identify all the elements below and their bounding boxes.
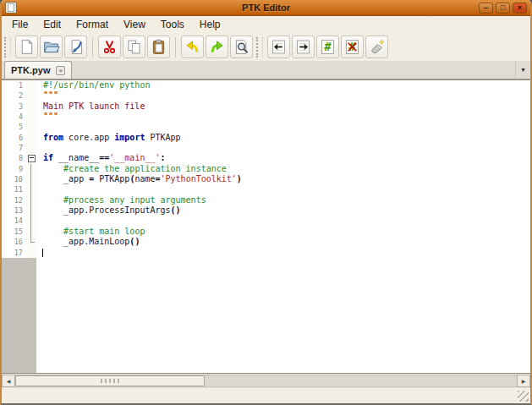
comment-button[interactable]: # <box>316 36 339 58</box>
code-line-text[interactable] <box>36 248 530 258</box>
minimize-button[interactable]: – <box>479 3 493 14</box>
menu-item-format[interactable]: Format <box>69 17 116 32</box>
code-line: 13 _app.ProcessInputArgs() <box>2 205 530 216</box>
dedent-button[interactable] <box>267 36 290 58</box>
line-number[interactable]: 8 <box>2 153 26 163</box>
code-line-text[interactable]: """ <box>36 90 530 101</box>
open-button[interactable] <box>40 36 63 58</box>
code-line-text[interactable]: #process any input arguments <box>36 195 530 205</box>
toolbar-separator <box>175 37 176 57</box>
code-segment: core.app <box>63 133 114 142</box>
scroll-left-button[interactable]: ◀ <box>2 375 15 387</box>
code-segment: from <box>43 133 63 142</box>
menu-item-help[interactable]: Help <box>192 17 228 32</box>
new-file-icon <box>18 38 36 56</box>
code-line: 15 #start main loop <box>2 227 530 237</box>
code-segment: #!/usr/bin/env python <box>43 80 150 90</box>
cut-button[interactable] <box>98 36 121 58</box>
window-titlebar[interactable]: PTK Editor – □ × <box>2 0 530 16</box>
menu-bar: FileEditFormatViewToolsHelp <box>2 16 530 33</box>
toolbar-separator <box>92 37 93 57</box>
code-line-text[interactable] <box>36 184 530 194</box>
code-line-text[interactable] <box>36 122 530 132</box>
code-line-text[interactable]: """ <box>36 112 530 122</box>
code-line-text[interactable]: Main PTK launch file <box>36 101 530 112</box>
erase-button[interactable] <box>365 36 388 58</box>
code-segment: PTKApp <box>94 174 129 183</box>
line-number[interactable]: 13 <box>2 205 26 216</box>
code-line-text[interactable]: _app = PTKApp(name='PythonToolkit') <box>36 174 530 184</box>
copy-button[interactable] <box>123 36 145 58</box>
code-segment <box>43 227 63 236</box>
redo-button[interactable] <box>206 36 228 58</box>
line-number[interactable]: 12 <box>2 195 26 205</box>
code-line-text[interactable]: _app.MainLoop() <box>36 237 530 247</box>
menu-item-view[interactable]: View <box>116 17 153 32</box>
new-button[interactable] <box>15 36 38 58</box>
line-number[interactable]: 11 <box>2 184 26 194</box>
uncomment-button[interactable]: # <box>341 36 364 58</box>
toolbar-handle[interactable] <box>256 37 263 57</box>
tab-bar: PTK.pyw × ▾ <box>2 61 530 79</box>
toolbar-group-1 <box>2 33 254 61</box>
line-number[interactable]: 14 <box>2 216 26 226</box>
line-number[interactable]: 2 <box>2 90 26 101</box>
code-line-text[interactable]: #!/usr/bin/env python <box>36 80 530 90</box>
tab-close-icon[interactable]: × <box>56 66 65 75</box>
code-segment: _app.ProcessInputArgs <box>43 205 171 215</box>
scroll-right-button[interactable]: ▶ <box>517 375 530 387</box>
line-number[interactable]: 7 <box>2 143 26 153</box>
tab-ptk-pyw[interactable]: PTK.pyw × <box>4 61 72 79</box>
code-line-text[interactable]: _app.ProcessInputArgs() <box>36 205 530 216</box>
code-segment <box>43 195 63 205</box>
code-line: 1#!/usr/bin/env python <box>2 80 530 90</box>
horizontal-scrollbar[interactable]: ◀ ▶ <box>2 375 530 387</box>
scrollbar-track[interactable] <box>15 375 517 387</box>
code-line-text[interactable]: #create the application instance <box>36 164 530 174</box>
code-line-text[interactable]: if __name__=='__main__': <box>36 153 530 163</box>
menu-item-file[interactable]: File <box>4 17 36 32</box>
line-number[interactable]: 4 <box>2 112 26 122</box>
find-icon <box>233 38 250 56</box>
find-button[interactable] <box>230 36 253 58</box>
line-number[interactable]: 16 <box>2 237 26 247</box>
code-line-text[interactable]: from core.app import PTKApp <box>36 133 530 143</box>
toolbar-handle[interactable] <box>4 37 11 57</box>
close-button[interactable]: × <box>513 3 527 14</box>
code-line-text[interactable] <box>36 216 530 226</box>
fold-toggle[interactable] <box>26 153 36 163</box>
scrollbar-thumb[interactable] <box>15 375 205 386</box>
code-segment: ) <box>237 174 242 183</box>
open-folder-icon <box>42 38 60 56</box>
code-segment: Main PTK launch file <box>43 101 145 111</box>
code-line-text[interactable]: #start main loop <box>36 227 530 237</box>
line-number[interactable]: 17 <box>2 248 26 258</box>
resize-grip[interactable] <box>518 391 529 402</box>
indent-icon <box>294 38 312 56</box>
fold-collapse-icon[interactable] <box>28 155 36 162</box>
line-number[interactable]: 6 <box>2 133 26 143</box>
line-number[interactable]: 5 <box>2 122 26 132</box>
menu-item-tools[interactable]: Tools <box>153 17 192 32</box>
line-number[interactable]: 10 <box>2 174 26 184</box>
code-line: 16 _app.MainLoop() <box>2 237 530 247</box>
line-number[interactable]: 1 <box>2 80 26 90</box>
line-number[interactable]: 15 <box>2 227 26 237</box>
code-editor[interactable]: 1#!/usr/bin/env python2"""3Main PTK laun… <box>2 79 530 374</box>
save-button[interactable] <box>64 36 87 58</box>
paste-button[interactable] <box>147 36 170 58</box>
code-segment: __name__ <box>53 153 99 162</box>
line-number[interactable]: 9 <box>2 164 26 174</box>
arrow-right-icon: ▶ <box>522 378 526 384</box>
code-line: 14 <box>2 216 530 226</box>
dedent-icon <box>270 38 288 56</box>
undo-button[interactable] <box>181 36 204 58</box>
tab-list-dropdown[interactable]: ▾ <box>515 61 530 79</box>
code-line-text[interactable] <box>36 143 530 153</box>
indent-button[interactable] <box>292 36 315 58</box>
menu-item-edit[interactable]: Edit <box>36 17 69 32</box>
fold-margin <box>26 184 36 194</box>
maximize-button[interactable]: □ <box>496 3 510 14</box>
line-number[interactable]: 3 <box>2 101 26 112</box>
code-empty-area[interactable] <box>36 258 530 373</box>
